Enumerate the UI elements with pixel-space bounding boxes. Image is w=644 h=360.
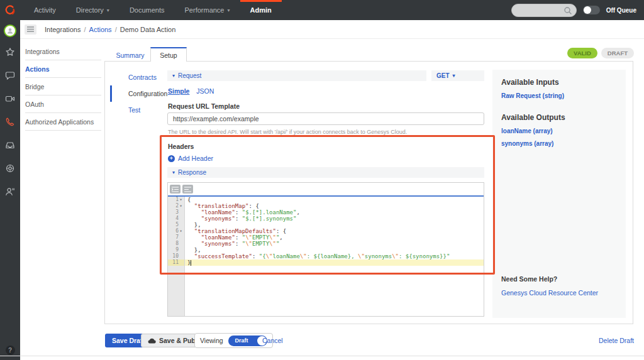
request-url-template-input[interactable] (167, 112, 484, 125)
sidebar-item-oauth[interactable]: OAuth (25, 95, 101, 113)
sidebar-item-actions[interactable]: Actions (25, 60, 101, 78)
add-header-label: Add Header (178, 155, 213, 162)
avatar (4, 25, 16, 37)
request-section-label: Request (178, 72, 201, 79)
code-line-3[interactable]: 3 "loanName": "$.[*].loanName", (168, 209, 484, 215)
genesys-cloud-admin-page: ActivityDirectory▾DocumentsPerformance▾A… (0, 0, 644, 360)
help-button[interactable]: ? (6, 346, 15, 355)
align-left-icon (184, 187, 191, 192)
format-code-button[interactable] (170, 185, 180, 194)
output-loanname-link[interactable]: loanName (array) (501, 128, 617, 134)
breadcrumb-actions[interactable]: Actions (89, 26, 112, 33)
chevron-down-icon: ▾ (172, 73, 175, 79)
off-queue-toggle[interactable] (583, 6, 600, 14)
code-line-8[interactable]: 8 "synonyms": "\"EMPTY\"" (168, 241, 484, 247)
chat-button[interactable] (0, 63, 20, 87)
top-nav-performance[interactable]: Performance▾ (175, 0, 240, 20)
chevron-down-icon: ▾ (228, 8, 230, 13)
inbox-icon (5, 140, 15, 150)
sidebar-item-integrations[interactable]: Integrations (25, 43, 101, 60)
indent-icon (172, 187, 179, 192)
response-code-editor[interactable]: 1▾{2▾ "translationMap": {3 "loanName": "… (167, 182, 484, 317)
editor-mode-switch: Simple JSON (168, 87, 214, 95)
sidebar-item-bridge[interactable]: Bridge (25, 78, 101, 95)
top-navigation: ActivityDirectory▾DocumentsPerformance▾A… (24, 0, 282, 20)
viewing-value: Draft (235, 335, 248, 346)
code-text: "translationMapDefaults": { (185, 228, 484, 234)
line-number: 3 (168, 209, 185, 215)
code-line-11[interactable]: 11} (168, 259, 484, 266)
menu-toggle-button[interactable] (25, 25, 36, 35)
output-synonyms-link[interactable]: synonyms (array) (501, 140, 617, 147)
top-nav-activity[interactable]: Activity (24, 0, 66, 20)
genesys-logo[interactable] (0, 0, 20, 20)
tab-setup[interactable]: Setup (150, 47, 187, 62)
code-line-7[interactable]: 7 "loanName": "\"EMPTY\"", (168, 234, 484, 241)
breadcrumb-separator: / (115, 26, 117, 33)
response-section-header[interactable]: ▾ Response (167, 167, 484, 178)
contacts-button[interactable] (0, 180, 20, 203)
gutter-filler (168, 266, 185, 316)
http-method-dropdown[interactable]: GET ▾ (431, 70, 484, 81)
code-line-5[interactable]: 5 }, (168, 222, 484, 228)
page-bottom-divider (0, 356, 644, 356)
line-number: 1▾ (168, 197, 185, 203)
top-nav-directory[interactable]: Directory▾ (66, 0, 119, 20)
favorites-button[interactable] (0, 40, 20, 63)
request-section-header[interactable]: ▾ Request (167, 70, 426, 81)
editor-empty-area (168, 266, 484, 316)
setup-content-card: ContractsConfigurationTest ▾ Request GET… (104, 61, 633, 324)
settings-button[interactable] (0, 156, 20, 180)
code-text: { (185, 197, 484, 203)
line-number: 2▾ (168, 203, 185, 209)
add-header-button[interactable]: + Add Header (168, 155, 213, 162)
code-line-4[interactable]: 4 "synonyms": "$.[*].synonyms" (168, 215, 484, 222)
delete-draft-link[interactable]: Delete Draft (599, 337, 634, 344)
line-number: 9 (168, 247, 185, 253)
user-presence-button[interactable] (0, 21, 20, 40)
phone-button[interactable] (0, 110, 20, 133)
chevron-down-icon: ▾ (453, 73, 455, 79)
video-camera-icon (5, 94, 15, 104)
code-text: "translationMap": { (185, 203, 484, 209)
editor-body[interactable]: 1▾{2▾ "translationMap": {3 "loanName": "… (168, 197, 484, 316)
genesys-logo-icon (4, 4, 16, 16)
agent-icon (5, 187, 15, 197)
star-icon (5, 47, 15, 57)
line-number: 8 (168, 241, 185, 247)
code-line-1[interactable]: 1▾{ (168, 197, 484, 203)
mode-simple-link[interactable]: Simple (168, 87, 189, 95)
breadcrumb-integrations[interactable]: Integrations (45, 26, 80, 33)
search-input[interactable] (511, 4, 577, 17)
mode-json-link[interactable]: JSON (196, 87, 214, 95)
align-code-button[interactable] (182, 185, 193, 194)
available-io-panel: Available Inputs Raw Request (string) Av… (492, 70, 626, 318)
need-help-title: Need Some Help? (501, 275, 598, 283)
chevron-down-icon: ▾ (107, 8, 109, 13)
code-line-2[interactable]: 2▾ "translationMap": { (168, 203, 484, 209)
request-url-template-label: Request URL Template (168, 102, 240, 110)
code-line-6[interactable]: 6▾ "translationMapDefaults": { (168, 228, 484, 234)
breadcrumb-separator: / (84, 26, 86, 33)
http-method-value: GET (436, 72, 450, 79)
code-line-10[interactable]: 10 "successTemplate": "{\"loanName\": ${… (168, 253, 484, 259)
top-nav-documents[interactable]: Documents (119, 0, 175, 20)
top-nav-admin[interactable]: Admin (240, 0, 282, 20)
resource-center-link[interactable]: Genesys Cloud Resource Center (501, 289, 598, 297)
inbox-button[interactable] (0, 133, 20, 156)
fold-caret-icon[interactable]: ▾ (179, 203, 183, 209)
sidebar-item-authorized-applications[interactable]: Authorized Applications (25, 113, 101, 131)
tab-summary[interactable]: Summary (111, 49, 150, 61)
search-icon (564, 6, 572, 15)
top-bar-right: Off Queue (511, 0, 644, 20)
top-bar: ActivityDirectory▾DocumentsPerformance▾A… (0, 0, 644, 20)
text-cursor (191, 260, 191, 266)
code-line-9[interactable]: 9 }, (168, 247, 484, 253)
video-button[interactable] (0, 87, 20, 110)
chat-icon (5, 70, 15, 80)
cancel-link[interactable]: Cancel (262, 337, 283, 344)
fold-caret-icon[interactable]: ▾ (179, 197, 183, 203)
fold-caret-icon[interactable]: ▾ (179, 228, 183, 234)
input-raw-request-link[interactable]: Raw Request (string) (501, 92, 617, 99)
viewing-draft-toggle[interactable]: Draft (228, 335, 267, 346)
